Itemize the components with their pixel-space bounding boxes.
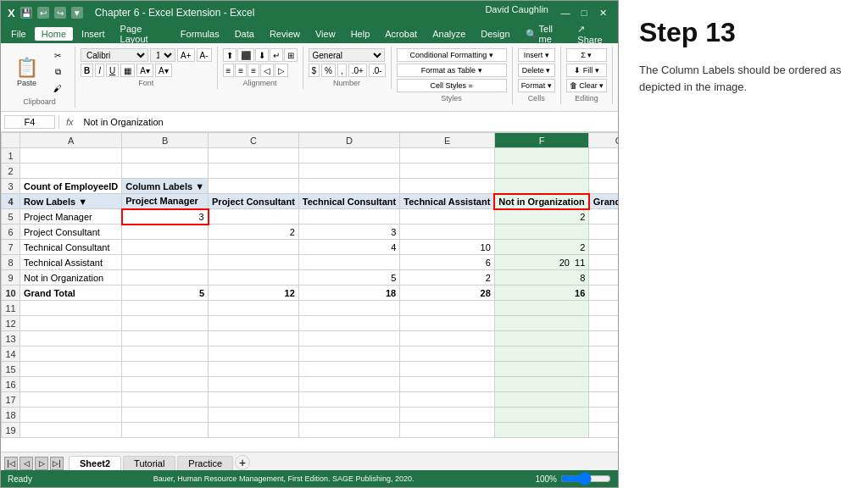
cell-c4[interactable]: Project Consultant [209,194,299,209]
cell-g3[interactable] [589,179,618,194]
cell-b7[interactable] [122,240,209,255]
cell-b10[interactable]: 5 [122,286,209,301]
cell-f7[interactable]: 2 [494,240,588,255]
number-format-select[interactable]: General [309,48,385,62]
cell-a2[interactable] [20,164,122,179]
cell-g4[interactable]: Grand Total [589,194,618,209]
cell-g6[interactable]: 1 6 [589,225,618,240]
currency-button[interactable]: $ [309,64,320,77]
menu-tell-me[interactable]: 🔍 Tell me [519,22,570,46]
format-as-table-button[interactable]: Format as Table ▾ [397,64,507,77]
cell-d5[interactable] [298,209,399,225]
cell-e10[interactable]: 28 [400,286,495,301]
cell-a3[interactable]: Count of EmployeeID [20,179,122,194]
fill-color-button[interactable]: A▾ [136,64,153,77]
cell-b6[interactable] [122,225,209,240]
cell-e9[interactable]: 2 [400,270,495,286]
cell-a10[interactable]: Grand Total [20,286,122,301]
maximize-button[interactable]: □ [576,4,593,21]
menu-view[interactable]: View [309,27,342,41]
cell-c9[interactable] [209,270,299,286]
cell-c7[interactable] [209,240,299,255]
cell-f10[interactable]: 16 [494,286,588,301]
cell-reference-input[interactable] [4,115,55,129]
cell-styles-button[interactable]: Cell Styles = [397,79,507,92]
menu-review[interactable]: Review [263,27,307,41]
format-button[interactable]: Format ▾ [518,79,555,92]
cell-g7[interactable]: 16 [589,240,618,255]
menu-design[interactable]: Design [474,27,516,41]
autosum-button[interactable]: Σ ▾ [566,48,608,62]
more-icon[interactable]: ▼ [71,7,83,19]
menu-insert[interactable]: Insert [75,27,112,41]
cell-f6[interactable] [494,225,588,240]
cell-d7[interactable]: 4 [298,240,399,255]
wrap-text-button[interactable]: ↵ [270,48,283,62]
merge-button[interactable]: ⊞ [284,48,298,62]
cell-c8[interactable] [209,255,299,270]
tab-tutorial[interactable]: Tutorial [123,456,175,470]
cell-e8[interactable]: 6 [400,255,495,270]
cell-c6[interactable]: 2 [209,225,299,240]
align-middle-button[interactable]: ⬛ [237,48,254,62]
insert-button[interactable]: Insert ▾ [518,48,555,62]
tab-nav-prev[interactable]: ◁ [19,457,33,470]
align-top-button[interactable]: ⬆ [223,48,236,62]
cell-e7[interactable]: 10 [400,240,495,255]
cut-button[interactable]: ✂ [46,48,70,63]
indent-increase-button[interactable]: ▷ [275,64,288,77]
formula-input[interactable] [81,116,615,128]
add-sheet-button[interactable]: + [235,455,250,470]
tab-nav-last[interactable]: ▷| [50,457,64,470]
menu-help[interactable]: Help [344,27,377,41]
cell-d1[interactable] [298,148,399,164]
cell-d6[interactable]: 3 [298,225,399,240]
tab-sheet2[interactable]: Sheet2 [69,456,121,470]
cell-g1[interactable] [589,148,618,164]
cell-g9[interactable]: 15 [589,270,618,286]
cell-f1[interactable] [494,148,588,164]
cell-f5[interactable]: 2 [494,209,588,225]
cell-d2[interactable] [298,164,399,179]
menu-page-layout[interactable]: Page Layout [114,22,172,46]
cell-d3[interactable] [298,179,399,194]
clear-button[interactable]: 🗑 Clear ▾ [566,79,608,92]
menu-home[interactable]: Home [35,27,73,41]
delete-button[interactable]: Delete ▾ [518,64,555,77]
redo-icon[interactable]: ↪ [54,7,66,19]
tab-nav-first[interactable]: |◁ [4,457,18,470]
menu-acrobat[interactable]: Acrobat [378,27,424,41]
cell-f4[interactable]: Not in Organization [494,194,588,209]
conditional-formatting-button[interactable]: Conditional Formatting ▾ [397,48,507,62]
align-bottom-button[interactable]: ⬇ [255,48,269,62]
cell-a9[interactable]: Not in Organization [20,270,122,286]
font-size-select[interactable]: 11 [150,48,175,62]
cell-g8[interactable]: 37 [589,255,618,270]
cell-e6[interactable] [400,225,495,240]
align-right-button[interactable]: ≡ [248,64,259,77]
menu-formulas[interactable]: Formulas [174,27,226,41]
cell-b1[interactable] [122,148,209,164]
font-color-button[interactable]: A▾ [155,64,172,77]
cell-c2[interactable] [209,164,299,179]
cell-a6[interactable]: Project Consultant [20,225,122,240]
bold-button[interactable]: B [81,64,93,77]
tab-practice[interactable]: Practice [177,456,233,470]
save-icon[interactable]: 💾 [20,7,32,19]
cell-c5[interactable] [209,209,299,225]
format-painter-button[interactable]: 🖌 [46,81,70,96]
copy-button[interactable]: ⧉ [46,64,70,80]
cell-e3[interactable] [400,179,495,194]
cell-g2[interactable] [589,164,618,179]
align-left-button[interactable]: ≡ [223,64,235,77]
fill-button[interactable]: ⬇ Fill ▾ [566,64,608,77]
cell-g10[interactable]: 79 [589,286,618,301]
cell-a7[interactable]: Technical Consultant [20,240,122,255]
decimal-increase-button[interactable]: .0+ [348,64,367,77]
cell-f2[interactable] [494,164,588,179]
undo-icon[interactable]: ↩ [37,7,49,19]
cell-e2[interactable] [400,164,495,179]
menu-data[interactable]: Data [228,27,261,41]
cell-b3[interactable]: Column Labels ▼ [122,179,209,194]
minimize-button[interactable]: — [557,4,574,21]
